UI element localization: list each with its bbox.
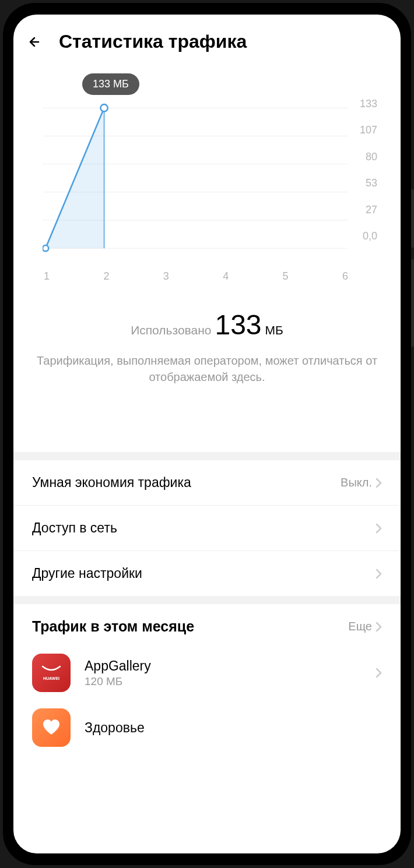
chevron-right-icon (376, 668, 382, 678)
more-link[interactable]: Еще (348, 620, 382, 633)
section-divider (13, 596, 401, 604)
chart-x-labels: 1 2 3 4 5 6 (43, 270, 377, 283)
health-icon (32, 708, 71, 747)
setting-other-settings[interactable]: Другие настройки (13, 551, 401, 596)
disclaimer-text: Тарификация, выполняемая оператором, мож… (13, 341, 401, 397)
setting-smart-data-saver[interactable]: Умная экономия трафика Выкл. (13, 460, 401, 506)
usage-value: 133 (215, 309, 261, 341)
chart-tooltip: 133 МБ (82, 73, 139, 95)
usage-label: Использовано (131, 323, 211, 337)
svg-point-9 (100, 104, 107, 111)
chevron-right-icon (376, 523, 382, 534)
setting-network-access[interactable]: Доступ в сеть (13, 506, 401, 551)
month-title: Трафик в этом месяце (32, 618, 194, 635)
chevron-right-icon (376, 622, 382, 632)
usage-chart[interactable] (43, 79, 377, 266)
chart-y-labels: 133 107 80 53 27 0,0 (360, 79, 377, 266)
app-usage: 120 МБ (85, 675, 362, 688)
appgallery-icon: HUAWEI (32, 654, 71, 692)
app-row-health[interactable]: Здоровье (13, 700, 401, 755)
usage-summary: Использовано 133 МБ (13, 309, 401, 341)
page-title: Статистика трафика (59, 31, 247, 52)
month-section-header: Трафик в этом месяце Еще (13, 604, 401, 645)
app-row-appgallery[interactable]: HUAWEI AppGallery 120 МБ (13, 645, 401, 700)
chevron-right-icon (376, 478, 382, 488)
chart-section: 133 МБ (13, 62, 401, 283)
svg-text:HUAWEI: HUAWEI (43, 676, 59, 680)
usage-unit: МБ (265, 323, 283, 337)
app-name: AppGallery (85, 658, 362, 674)
app-name: Здоровье (85, 720, 382, 736)
back-button[interactable] (27, 35, 41, 49)
svg-point-8 (43, 245, 48, 251)
chevron-right-icon (376, 569, 382, 579)
section-divider (13, 452, 401, 460)
header: Статистика трафика (13, 15, 401, 62)
